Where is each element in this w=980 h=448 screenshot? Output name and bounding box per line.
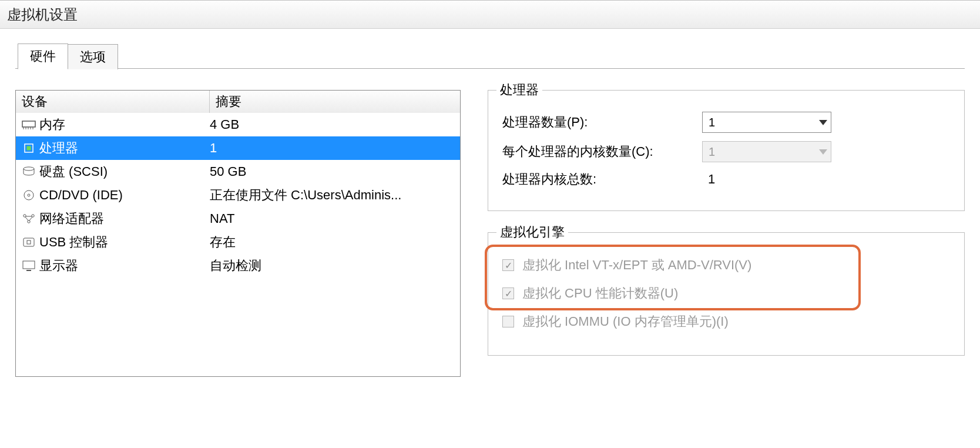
virt-iommu-checkbox: [502, 316, 514, 327]
svg-rect-15: [27, 240, 31, 244]
device-label: 内存: [39, 116, 210, 133]
svg-point-8: [24, 167, 34, 170]
svg-rect-7: [27, 146, 31, 151]
tab-strip: 硬件 选项: [18, 42, 965, 69]
device-row-memory[interactable]: 内存 4 GB: [16, 113, 460, 136]
svg-point-9: [24, 190, 33, 200]
device-summary: 4 GB: [210, 117, 460, 132]
virtualization-legend: 虚拟化引擎: [496, 223, 568, 241]
device-summary: 正在使用文件 C:\Users\Adminis...: [210, 186, 460, 204]
device-summary: 1: [210, 141, 460, 156]
header-device[interactable]: 设备: [16, 91, 210, 113]
device-table: 设备 摘要 内存 4 GB 处理器 1: [15, 90, 461, 377]
tab-hardware[interactable]: 硬件: [18, 44, 68, 69]
device-label: 显示器: [39, 257, 210, 275]
processor-groupbox: 处理器 处理器数量(P): 1 每个处理器的内核数量(C): 1: [488, 90, 965, 211]
total-cores-label: 处理器内核总数:: [502, 170, 702, 188]
network-icon: [21, 210, 37, 227]
cores-per-processor-value: 1: [709, 145, 715, 159]
virt-iommu-label: 虚拟化 IOMMU (IO 内存管理单元)(I): [522, 313, 729, 330]
device-row-disk[interactable]: 硬盘 (SCSI) 50 GB: [16, 160, 460, 183]
virt-vt-row: ✓ 虚拟化 Intel VT-x/EPT 或 AMD-V/RVI(V): [502, 256, 950, 274]
device-label: USB 控制器: [39, 233, 210, 251]
memory-icon: [21, 116, 37, 133]
cd-icon: [21, 187, 37, 203]
virt-iommu-row: 虚拟化 IOMMU (IO 内存管理单元)(I): [502, 313, 950, 330]
device-row-network[interactable]: 网络适配器 NAT: [16, 207, 460, 230]
svg-rect-16: [23, 261, 35, 269]
virt-vt-checkbox: ✓: [502, 259, 514, 271]
device-summary: 自动检测: [210, 257, 460, 275]
device-row-cd[interactable]: CD/DVD (IDE) 正在使用文件 C:\Users\Adminis...: [16, 183, 460, 207]
device-summary: NAT: [210, 211, 460, 226]
cores-per-processor-label: 每个处理器的内核数量(C):: [502, 143, 702, 161]
virt-perf-row: ✓ 虚拟化 CPU 性能计数器(U): [502, 285, 950, 302]
device-table-header: 设备 摘要: [16, 91, 460, 113]
device-label: CD/DVD (IDE): [39, 188, 210, 203]
svg-rect-0: [22, 121, 35, 127]
total-cores-value: 1: [702, 172, 715, 187]
num-processors-value: 1: [709, 116, 715, 129]
svg-point-10: [28, 194, 30, 196]
device-summary: 50 GB: [210, 164, 460, 179]
device-summary: 存在: [210, 233, 460, 251]
processor-icon: [21, 140, 37, 156]
device-row-display[interactable]: 显示器 自动检测: [16, 254, 460, 278]
device-row-processor[interactable]: 处理器 1: [16, 136, 460, 160]
num-processors-label: 处理器数量(P):: [502, 113, 702, 131]
window-title: 虚拟机设置: [0, 1, 980, 29]
tab-options[interactable]: 选项: [68, 44, 118, 69]
device-label: 处理器: [39, 139, 210, 157]
svg-point-11: [24, 215, 26, 217]
device-label: 硬盘 (SCSI): [39, 163, 210, 180]
header-summary[interactable]: 摘要: [210, 91, 460, 113]
device-row-usb[interactable]: USB 控制器 存在: [16, 230, 460, 254]
processor-legend: 处理器: [496, 81, 542, 99]
num-processors-dropdown[interactable]: 1: [702, 112, 831, 133]
chevron-down-icon: [819, 149, 827, 155]
display-icon: [21, 258, 37, 274]
virt-perf-label: 虚拟化 CPU 性能计数器(U): [522, 285, 678, 302]
cores-per-processor-dropdown: 1: [702, 141, 831, 162]
chevron-down-icon: [819, 120, 827, 125]
svg-point-12: [32, 215, 34, 217]
virt-perf-checkbox: ✓: [502, 287, 514, 299]
disk-icon: [21, 163, 37, 180]
usb-icon: [21, 234, 37, 250]
virtualization-groupbox: 虚拟化引擎 ✓ 虚拟化 Intel VT-x/EPT 或 AMD-V/RVI(V…: [488, 232, 965, 356]
virt-vt-label: 虚拟化 Intel VT-x/EPT 或 AMD-V/RVI(V): [522, 256, 751, 274]
svg-point-13: [28, 220, 30, 223]
svg-rect-14: [24, 238, 34, 246]
device-label: 网络适配器: [39, 210, 210, 228]
